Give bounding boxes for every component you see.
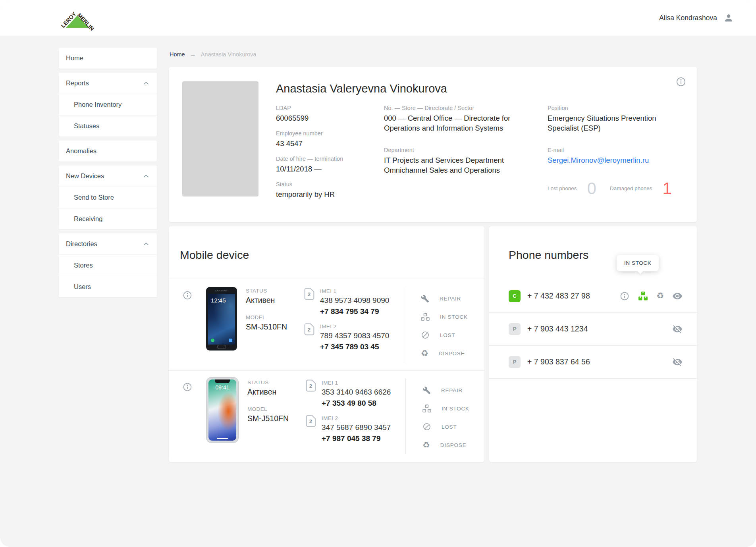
device-actions: REPAIR [405,379,484,454]
sidebar-item-users[interactable]: Users [59,276,157,297]
phone-number-row: P + 7 903 443 1234 [489,313,697,346]
sidebar-item-statuses[interactable]: Statuses [59,115,157,137]
device-screen-time: 12:45 [211,297,226,304]
sidebar-item-label: Stores [74,262,93,269]
phone-number-row: P + 7 903 837 64 56 [489,346,697,379]
sidebar-item-label: Anomalies [66,147,96,155]
employee-profile-card: Anastasia Valeryevna Vinokurova LDAP 600… [169,67,697,222]
ban-icon [422,422,431,431]
sidebar-item-send-to-store[interactable]: Send to Store [59,187,157,208]
sidebar-item-receiving[interactable]: Receiving [59,208,157,229]
profile-body: Anastasia Valeryevna Vinokurova LDAP 600… [276,81,681,206]
phone-number: + 7 432 483 27 98 [527,291,619,300]
sim-card-icon: 2 [305,379,316,408]
stock-boxes-icon [421,312,430,321]
nav-group-new-devices: New Devices Send to Store Receiving [59,166,157,229]
sim2-phone-number: +7 345 789 03 45 [320,343,389,351]
info-icon[interactable] [182,382,193,454]
sidebar-item-anomalies[interactable]: Anomalies [59,141,157,162]
position-field: Position Emergency Situations Prevention… [548,105,679,133]
user-avatar-icon[interactable] [723,13,734,23]
device-status: Активен [247,387,305,397]
dispose-button[interactable]: ♻ DISPOSE [422,436,484,454]
device-photo-iphone: 09:41 [206,377,239,443]
device-status: Активен [246,296,304,305]
lost-button[interactable]: LOST [421,326,484,344]
lost-button[interactable]: LOST [422,418,484,436]
personal-badge: P [509,356,521,368]
imei2-value: 347 5687 6890 3457 [322,423,391,432]
svg-text:2: 2 [309,418,312,424]
device-model: SM-J510FN [246,322,304,331]
profile-column-org: No. — Store — Directorate / Sector 000 —… [384,105,548,206]
imei2-value: 789 4357 9083 4570 [320,331,389,340]
recycle-icon: ♻ [421,349,428,358]
phone-number: + 7 903 443 1234 [527,324,672,333]
sidebar-item-phone-inventory[interactable]: Phone Inventory [59,94,157,115]
sim1-phone-number: +7 834 795 34 79 [320,307,389,316]
svg-text:2: 2 [308,327,310,333]
hire-date-field: Date of hire — termination 10/11/2018 — [276,156,384,174]
sidebar-item-stores[interactable]: Stores [59,254,157,276]
sidebar-item-label: Home [66,54,83,62]
device-status-column: STATUS Активен MODEL SM-J510FN [246,287,304,362]
sidebar-item-label: Users [74,283,91,291]
sidebar-item-label: Send to Store [74,194,114,201]
breadcrumb-current: Anastasia Vinokurova [201,51,256,58]
nav-group-directories: Directories Stores Users [59,233,157,297]
ldap-field: LDAP 60065599 [276,105,384,123]
sidebar-item-reports[interactable]: Reports [59,73,157,94]
device-screen-time: 09:41 [208,384,236,391]
repair-button[interactable]: REPAIR [422,381,484,399]
mobile-device-card: Mobile device SAMSUNG 12:45 [169,226,484,462]
device-model: SM-J510FN [247,414,305,423]
leroymerlin-logo[interactable]: LEROY MERLIN [60,5,95,31]
dispose-button[interactable]: ♻ DISPOSE [421,344,484,362]
phone-numbers-card: Phone numbers IN STOCK C + 7 432 483 27 … [489,226,697,462]
sidebar-item-new-devices[interactable]: New Devices [59,166,157,187]
eye-off-icon[interactable] [672,324,683,334]
sidebar-item-home[interactable]: Home [59,48,157,69]
in-stock-button[interactable]: IN STOCK [421,308,484,326]
eye-icon[interactable] [672,291,683,301]
org-field: No. — Store — Directorate / Sector 000 —… [384,105,523,133]
in-stock-icon[interactable] [638,291,648,301]
breadcrumb-home[interactable]: Home [170,51,185,58]
repair-button[interactable]: REPAIR [421,289,484,308]
phone-number-row: C + 7 432 483 27 98 [489,280,697,313]
device-photo-samsung: SAMSUNG 12:45 [206,287,237,351]
email-field: E-mail Sergei.Mironov@leroymerlin.ru [548,147,679,166]
nav-group-anomalies: Anomalies [59,141,157,162]
svg-text:2: 2 [308,291,310,297]
imei2-block: 2 IMEI 2 347 5687 6890 3457 +7 987 045 3… [305,415,405,443]
user-menu[interactable]: Alisa Kondrashova [659,13,734,23]
info-icon[interactable] [182,290,193,362]
breadcrumb: Home → Anastasia Vinokurova [170,51,697,58]
sim2-phone-number: +7 987 045 38 79 [322,434,391,443]
recycle-icon[interactable]: ♻ [656,292,664,300]
top-bar: LEROY MERLIN Alisa Kondrashova [0,0,756,36]
email-link[interactable]: Sergei.Mironov@leroymerlin.ru [548,156,679,166]
chevron-up-icon [142,240,150,248]
recycle-icon: ♻ [422,441,430,449]
in-stock-button[interactable]: IN STOCK [422,399,484,418]
profile-column-ids: LDAP 60065599 Employee number 43 4547 Da… [276,105,384,206]
device-imei-column: 2 IMEI 1 438 9573 4098 9090 +7 834 795 3… [304,287,404,362]
imei1-block: 2 IMEI 1 353 3140 9463 6626 +7 353 49 80… [305,379,405,408]
info-icon[interactable] [619,291,630,301]
sidebar-item-label: Phone Inventory [74,101,122,108]
arrow-right-icon: → [190,51,196,58]
main-content: Home → Anastasia Vinokurova Anastasia Va… [169,50,697,462]
eye-off-icon[interactable] [672,357,683,367]
department-field: Department IT Projects and Services Depa… [384,147,523,175]
sidebar-item-directories[interactable]: Directories [59,233,157,254]
damaged-phones-counter: Damaged phones 1 [610,179,672,198]
app-window: LEROY MERLIN Alisa Kondrashova Home [0,0,756,547]
info-icon[interactable] [675,76,687,87]
lost-phones-counter: Lost phones 0 [548,179,596,198]
device-status-column: STATUS Активен MODEL SM-J510FN [247,379,305,454]
imei1-value: 438 9573 4098 9090 [320,296,389,305]
sim-card-icon: 2 [304,323,314,351]
sim-card-icon: 2 [304,288,314,316]
damaged-phones-count: 1 [663,179,672,198]
